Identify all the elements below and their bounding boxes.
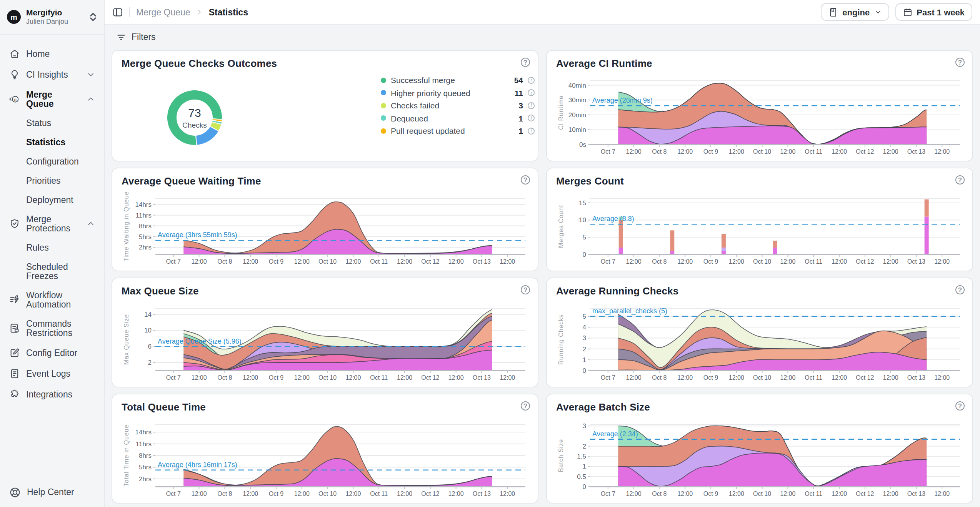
sidebar-item-deployment[interactable]: Deployment xyxy=(0,190,104,209)
svg-text:1.5: 1.5 xyxy=(577,453,586,460)
svg-text:1: 1 xyxy=(583,463,586,470)
info-icon[interactable]: i xyxy=(528,115,535,122)
card-max-queue-size: Max Queue Size ? 261014Oct 712:00Oct 812… xyxy=(112,278,538,387)
svg-text:n: n xyxy=(14,97,17,101)
sidebar-item-event-logs[interactable]: Event Logs xyxy=(0,363,104,384)
info-icon[interactable]: i xyxy=(528,128,535,135)
svg-text:Oct 9: Oct 9 xyxy=(703,490,718,497)
sidebar-item-workflow-automation[interactable]: Workflow Automation xyxy=(0,285,104,314)
sidebar-item-merge-queue[interactable]: nMerge Queue xyxy=(0,85,104,113)
card-average-queue-waiting-time: Average Queue Waiting Time ? 2hrs5hrs8hr… xyxy=(112,168,538,271)
svg-text:Oct 10: Oct 10 xyxy=(318,490,337,497)
svg-text:12:00: 12:00 xyxy=(780,148,795,155)
legend-label: Successful merge xyxy=(391,76,510,85)
card-title: Average Queue Waiting Time xyxy=(122,175,528,187)
sidebar-item-label: Scheduled Freezes xyxy=(26,262,95,280)
svg-text:12:00: 12:00 xyxy=(192,258,207,265)
sidebar-item-home[interactable]: Home xyxy=(0,43,104,64)
svg-text:12:00: 12:00 xyxy=(626,374,642,381)
sidebar-item-status[interactable]: Status xyxy=(0,113,104,132)
info-icon[interactable]: i xyxy=(528,77,535,84)
sidebar-item-scheduled-freezes[interactable]: Scheduled Freezes xyxy=(0,257,104,285)
svg-text:12:00: 12:00 xyxy=(345,490,361,497)
legend-color-dot xyxy=(381,116,386,121)
area-chart: 012345Oct 712:00Oct 812:00Oct 912:00Oct … xyxy=(556,298,963,384)
svg-text:Oct 13: Oct 13 xyxy=(473,490,491,497)
legend-color-dot xyxy=(381,128,386,134)
org-switcher[interactable]: m Mergifyio Julien Danjou xyxy=(0,0,104,35)
sidebar-item-label: Integrations xyxy=(26,389,72,399)
help-circle-icon[interactable]: ? xyxy=(955,285,965,294)
svg-text:11hrs: 11hrs xyxy=(136,441,152,448)
svg-text:Oct 12: Oct 12 xyxy=(856,258,874,265)
legend-item[interactable]: Higher priority queued11i xyxy=(381,86,535,99)
svg-text:0: 0 xyxy=(583,367,586,374)
svg-text:Total Time in Queue: Total Time in Queue xyxy=(123,424,130,486)
sidebar-item-merge-protections[interactable]: Merge Protections xyxy=(0,209,104,238)
help-circle-icon[interactable]: ? xyxy=(955,58,965,67)
legend-count: 54 xyxy=(514,76,523,85)
svg-text:Oct 8: Oct 8 xyxy=(217,374,232,381)
card-title: Max Queue Size xyxy=(122,285,528,297)
info-icon[interactable]: i xyxy=(528,102,535,109)
sidebar-item-commands-restrictions[interactable]: Commands Restrictions xyxy=(0,314,104,342)
svg-text:12:00: 12:00 xyxy=(345,258,361,265)
help-circle-icon[interactable]: ? xyxy=(521,58,530,67)
svg-text:Oct 13: Oct 13 xyxy=(473,258,491,265)
legend-item[interactable]: Dequeued1i xyxy=(381,112,535,125)
sidebar-item-config-editor[interactable]: Config Editor xyxy=(0,342,104,363)
sidebar-item-label: Configuration xyxy=(26,156,79,166)
svg-text:Oct 7: Oct 7 xyxy=(601,258,615,265)
home-icon xyxy=(9,48,20,59)
svg-text:Oct 7: Oct 7 xyxy=(166,374,181,381)
svg-text:12:00: 12:00 xyxy=(832,374,847,381)
info-icon[interactable]: i xyxy=(528,90,535,96)
repository-select[interactable]: engine xyxy=(821,3,889,21)
svg-text:0: 0 xyxy=(583,251,586,258)
help-circle-icon[interactable]: ? xyxy=(955,401,965,411)
svg-text:12:00: 12:00 xyxy=(397,374,412,381)
svg-text:Oct 8: Oct 8 xyxy=(652,374,667,381)
help-center-link[interactable]: Help Center xyxy=(0,477,104,507)
filters-button[interactable]: Filters xyxy=(105,28,980,45)
legend-item[interactable]: Successful merge54i xyxy=(381,74,535,86)
svg-text:Oct 11: Oct 11 xyxy=(805,148,822,155)
help-circle-icon[interactable]: ? xyxy=(521,285,530,294)
legend-item[interactable]: Pull request updated1i xyxy=(381,125,535,137)
legend-label: Pull request updated xyxy=(391,126,514,136)
svg-text:Oct 11: Oct 11 xyxy=(370,258,388,265)
chevron-updown-icon[interactable] xyxy=(89,12,97,22)
help-circle-icon[interactable]: ? xyxy=(955,175,965,185)
sidebar-item-ci-insights[interactable]: CI Insights xyxy=(0,64,104,85)
sidebar-item-integrations[interactable]: Integrations xyxy=(0,384,104,404)
sidebar-item-priorities[interactable]: Priorities xyxy=(0,171,104,190)
svg-text:Oct 11: Oct 11 xyxy=(370,374,388,381)
sidebar-item-label: Home xyxy=(26,49,50,58)
sidebar-item-configuration[interactable]: Configuration xyxy=(0,151,104,171)
editor-icon xyxy=(9,347,20,358)
bar-chart: 051015Oct 712:00Oct 812:00Oct 912:00Oct … xyxy=(556,188,963,268)
svg-text:Oct 13: Oct 13 xyxy=(907,258,925,265)
sidebar-item-statistics[interactable]: Statistics xyxy=(0,132,104,151)
legend-item[interactable]: Checks failed3i xyxy=(381,99,535,112)
svg-text:12:00: 12:00 xyxy=(294,258,310,265)
breadcrumb-merge-queue[interactable]: Merge Queue xyxy=(136,7,190,17)
svg-text:Oct 8: Oct 8 xyxy=(652,148,667,155)
puzzle-icon xyxy=(9,389,20,399)
svg-text:Oct 11: Oct 11 xyxy=(805,374,822,381)
sidebar-item-rules[interactable]: Rules xyxy=(0,238,104,257)
help-circle-icon[interactable]: ? xyxy=(521,175,530,185)
sidebar-toggle-icon[interactable] xyxy=(112,7,123,17)
svg-text:14hrs: 14hrs xyxy=(135,429,152,436)
sidebar-item-label: Statistics xyxy=(26,137,65,146)
svg-text:12:00: 12:00 xyxy=(500,490,515,497)
svg-text:12:00: 12:00 xyxy=(832,258,847,265)
svg-text:Average Queue Size (5.96): Average Queue Size (5.96) xyxy=(158,337,242,345)
svg-text:CI Runtime: CI Runtime xyxy=(558,95,564,130)
help-circle-icon[interactable]: ? xyxy=(521,401,530,411)
svg-text:12:00: 12:00 xyxy=(192,374,207,381)
filters-label: Filters xyxy=(132,32,156,42)
sidebar-item-label: Event Logs xyxy=(26,369,70,378)
time-range-button[interactable]: Past 1 week xyxy=(895,3,972,21)
svg-text:12:00: 12:00 xyxy=(832,490,847,497)
